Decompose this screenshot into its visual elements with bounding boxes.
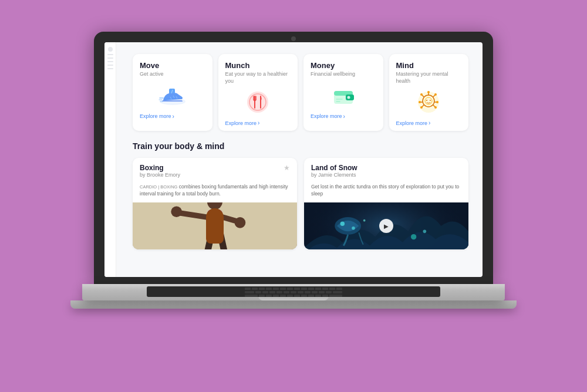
key bbox=[308, 295, 314, 297]
mind-explore-label: Explore more bbox=[396, 120, 428, 126]
svg-point-31 bbox=[436, 101, 438, 103]
key bbox=[287, 295, 293, 297]
munch-icon-area bbox=[225, 89, 291, 115]
svg-point-32 bbox=[434, 106, 437, 109]
key bbox=[298, 291, 303, 293]
key bbox=[287, 288, 293, 290]
svg-point-54 bbox=[340, 222, 345, 226]
shoe-icon bbox=[158, 84, 187, 107]
key bbox=[305, 291, 311, 293]
key bbox=[266, 288, 272, 290]
mind-explore-link[interactable]: Explore more › bbox=[396, 120, 431, 126]
sidebar-item-2 bbox=[107, 58, 113, 59]
fork-icon bbox=[244, 89, 272, 115]
sidebar-item-5 bbox=[107, 68, 113, 69]
sidebar-item-3 bbox=[107, 61, 113, 62]
key bbox=[259, 295, 265, 297]
play-button[interactable]: ▶ bbox=[379, 219, 393, 233]
category-card-munch[interactable]: Munch Eat your way to a healthier you bbox=[218, 54, 298, 131]
key bbox=[276, 291, 282, 293]
key bbox=[269, 291, 275, 293]
svg-point-57 bbox=[411, 234, 416, 239]
key bbox=[322, 288, 328, 290]
key bbox=[291, 291, 296, 293]
key bbox=[322, 295, 328, 297]
mind-subtitle: Mastering your mental health bbox=[396, 71, 462, 85]
key bbox=[273, 295, 279, 297]
svg-point-36 bbox=[426, 100, 427, 101]
key bbox=[336, 288, 342, 290]
svg-rect-40 bbox=[133, 202, 297, 249]
mind-icon-area bbox=[396, 89, 462, 115]
key bbox=[301, 288, 307, 290]
play-icon: ▶ bbox=[384, 223, 389, 229]
snow-card-header: Land of Snow by Jamie Clements bbox=[304, 158, 468, 184]
move-chevron: › bbox=[173, 113, 174, 120]
category-card-mind[interactable]: Mind Mastering your mental health bbox=[389, 54, 469, 131]
svg-point-46 bbox=[235, 217, 246, 228]
main-content: Move Get active bbox=[119, 42, 483, 277]
svg-line-47 bbox=[207, 234, 211, 249]
snow-image: ▶ bbox=[304, 202, 468, 249]
snow-photo: ▶ bbox=[304, 202, 468, 249]
category-card-move[interactable]: Move Get active bbox=[133, 54, 212, 131]
categories-row: Move Get active bbox=[133, 54, 468, 131]
key bbox=[301, 295, 307, 297]
section-title: Train your body & mind bbox=[133, 141, 468, 151]
key bbox=[294, 295, 300, 297]
key bbox=[255, 291, 261, 293]
snow-author: by Jamie Clements bbox=[311, 172, 357, 178]
svg-point-35 bbox=[420, 106, 423, 109]
money-explore-link[interactable]: Explore more › bbox=[311, 113, 345, 120]
content-card-boxing[interactable]: Boxing by Brooke Emory ★ CARDIO | BOXING… bbox=[133, 158, 297, 249]
content-cards-row: Boxing by Brooke Emory ★ CARDIO | BOXING… bbox=[133, 158, 468, 249]
svg-point-30 bbox=[434, 93, 437, 96]
key bbox=[315, 288, 321, 290]
money-icon-area bbox=[311, 83, 376, 109]
money-chevron: › bbox=[343, 113, 345, 120]
boxing-desc: CARDIO | BOXING combines boxing fundamen… bbox=[133, 184, 297, 202]
key bbox=[312, 291, 318, 293]
svg-rect-42 bbox=[207, 209, 222, 234]
key bbox=[329, 295, 342, 297]
screen-bezel: Move Get active bbox=[94, 32, 493, 284]
key bbox=[333, 291, 342, 293]
svg-point-55 bbox=[352, 227, 355, 230]
move-title: Move bbox=[140, 61, 159, 70]
sidebar-item-1 bbox=[107, 54, 113, 55]
key bbox=[280, 288, 286, 290]
svg-point-16 bbox=[347, 96, 350, 99]
laptop-container: Move Get active bbox=[65, 32, 522, 360]
move-explore-link[interactable]: Explore more › bbox=[140, 113, 174, 120]
svg-point-58 bbox=[423, 230, 427, 234]
svg-point-37 bbox=[430, 100, 431, 101]
sidebar-item-4 bbox=[107, 65, 113, 66]
svg-point-29 bbox=[427, 91, 430, 93]
app-content: Move Get active bbox=[119, 42, 483, 277]
content-card-snow[interactable]: Land of Snow by Jamie Clements Get lost … bbox=[304, 158, 468, 249]
category-card-money[interactable]: Money Financial wellbeing bbox=[303, 54, 383, 131]
key bbox=[262, 291, 268, 293]
munch-explore-label: Explore more bbox=[225, 120, 257, 126]
money-subtitle: Financial wellbeing bbox=[311, 71, 355, 78]
keyboard-row-1 bbox=[149, 288, 438, 290]
keyboard bbox=[147, 286, 440, 297]
boxing-card-meta: Boxing by Brooke Emory bbox=[140, 164, 180, 180]
key bbox=[280, 295, 286, 297]
boxing-star-icon[interactable]: ★ bbox=[284, 164, 290, 172]
svg-point-56 bbox=[363, 219, 366, 222]
key bbox=[273, 288, 279, 290]
snow-desc: Get lost in the arctic tundra on this st… bbox=[304, 184, 468, 202]
money-title: Money bbox=[311, 61, 335, 70]
laptop-feet bbox=[70, 300, 517, 309]
keyboard-row-2 bbox=[149, 291, 438, 293]
boxing-author: by Brooke Emory bbox=[140, 172, 180, 178]
laptop-base bbox=[82, 284, 505, 300]
key bbox=[308, 288, 314, 290]
key bbox=[245, 288, 251, 290]
move-subtitle: Get active bbox=[140, 71, 164, 78]
svg-point-44 bbox=[171, 207, 182, 218]
munch-subtitle: Eat your way to a healthier you bbox=[225, 71, 291, 85]
munch-explore-link[interactable]: Explore more › bbox=[225, 120, 260, 126]
brain-icon bbox=[414, 89, 443, 115]
